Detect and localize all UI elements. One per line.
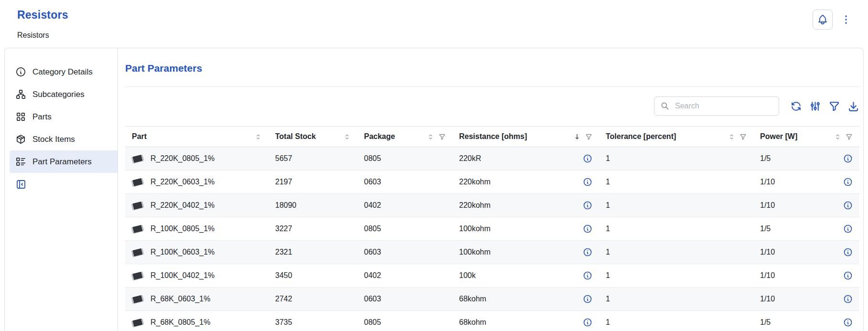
menu-button[interactable] [840,14,852,25]
sort-icon[interactable] [427,133,434,140]
package-cell: 0402 [357,264,452,288]
resistance-info-icon[interactable] [583,224,592,234]
content: Part Parameters [118,48,863,331]
sidebar-item-label: Category Details [32,67,93,77]
part-cell: R_100K_0603_1% [125,241,268,264]
breadcrumb[interactable]: Resistors [17,31,68,40]
power-value: 1/5 [760,224,771,233]
resistance-cell: 220kohm [452,194,599,217]
refresh-button[interactable] [790,100,802,112]
total-stock-cell: 5657 [268,147,357,171]
resistance-info-icon[interactable] [583,271,592,280]
column-header-power-w[interactable]: Power [W] [753,127,859,147]
resistance-info-icon[interactable] [583,154,592,163]
part-thumbnail-icon [131,178,144,186]
column-filter-icon[interactable] [585,133,592,140]
search-box [654,96,779,116]
sidebar-item-subcategories[interactable]: Subcategories [10,83,118,106]
column-header-total-stock[interactable]: Total Stock [268,127,357,147]
column-header-package[interactable]: Package [357,127,452,147]
table-row[interactable]: R_68K_0805_1%3735080568kohm11/5 [125,311,859,331]
package-cell: 0402 [357,194,452,217]
column-filter-icon[interactable] [739,133,747,140]
download-icon [847,100,859,112]
power-cell: 1/5 [753,217,859,241]
resistance-value: 100k [459,271,476,280]
table-row[interactable]: R_100K_0805_1%32270805100kohm11/5 [125,217,859,241]
total-stock-cell: 3227 [268,217,357,241]
column-header-part[interactable]: Part [125,127,268,147]
power-cell: 1/5 [753,147,859,171]
sort-icon[interactable] [834,133,841,140]
power-info-icon[interactable] [843,318,853,327]
power-info-icon[interactable] [843,154,853,163]
part-thumbnail-icon [131,224,144,233]
column-header-resistance-ohms[interactable]: Resistance [ohms] [452,127,599,147]
column-filter-icon[interactable] [846,133,853,140]
sort-desc-icon[interactable] [573,133,581,140]
total-stock-cell: 3735 [268,311,357,331]
grid-icon [15,111,26,122]
power-info-icon[interactable] [843,271,853,280]
adjustments-button[interactable] [809,100,821,112]
download-button[interactable] [847,100,859,112]
filter-button[interactable] [828,100,840,112]
part-name: R_220K_0402_1% [150,201,214,210]
column-label: Tolerance [percent] [606,132,676,141]
resistance-info-icon[interactable] [583,177,592,187]
table-row[interactable]: R_220K_0603_1%21970603220kohm11/10 [125,171,859,194]
sort-icon[interactable] [255,133,262,140]
power-info-icon[interactable] [843,294,853,304]
resistance-info-icon[interactable] [583,247,592,257]
part-cell: R_220K_0805_1% [125,147,268,171]
header-actions [813,10,852,30]
notifications-button[interactable] [813,10,833,30]
package-cell: 0603 [357,171,452,194]
table-row[interactable]: R_100K_0402_1%34500402100k11/10 [125,264,859,288]
resistance-cell: 220kR [452,147,599,171]
tolerance-cell: 1 [599,171,753,194]
power-info-icon[interactable] [843,247,853,257]
resistance-cell: 68kohm [452,288,599,311]
part-cell: R_220K_0603_1% [125,171,268,194]
sidebar-item-category-details[interactable]: Category Details [10,61,118,83]
power-info-icon[interactable] [843,201,853,210]
resistance-info-icon[interactable] [583,294,592,304]
column-filter-icon[interactable] [439,133,446,140]
part-thumbnail-icon [131,248,144,256]
search-input[interactable] [674,101,773,111]
collapse-sidebar-button[interactable] [15,179,27,190]
bell-icon [817,14,828,25]
package-box-icon [15,134,26,145]
power-value: 1/10 [760,201,775,210]
part-thumbnail-icon [131,154,144,163]
power-value: 1/10 [760,295,775,303]
part-cell: R_100K_0805_1% [125,217,268,241]
power-info-icon[interactable] [843,224,853,234]
resistance-value: 220kR [459,154,481,163]
resistance-info-icon[interactable] [583,318,592,327]
part-thumbnail-icon [131,271,144,280]
tolerance-cell: 1 [599,194,753,217]
table-row[interactable]: R_220K_0805_1%56570805220kR11/5 [125,147,859,171]
table-row[interactable]: R_68K_0603_1%2742060368kohm11/10 [125,288,859,311]
column-header-tolerance-percent[interactable]: Tolerance [percent] [599,127,753,147]
part-name: R_68K_0805_1% [150,318,210,327]
resistance-info-icon[interactable] [583,201,592,210]
page: Resistors Resistors [0,0,868,331]
power-value: 1/10 [760,248,775,256]
sort-icon[interactable] [343,133,351,140]
main-panel: Category Details Subcategories [4,48,864,331]
part-cell: R_68K_0603_1% [125,288,268,311]
column-label: Total Stock [275,132,316,141]
toolbar [125,96,859,116]
power-value: 1/10 [760,178,775,186]
table-row[interactable]: R_100K_0603_1%23210603100kohm11/10 [125,241,859,264]
sort-icon[interactable] [728,133,735,140]
table-row[interactable]: R_220K_0402_1%180900402220kohm11/10 [125,194,859,217]
sidebar-item-stock-items[interactable]: Stock Items [10,128,118,150]
sidebar-item-parts[interactable]: Parts [10,106,118,128]
power-info-icon[interactable] [843,177,853,187]
resistance-value: 220kohm [459,201,491,210]
sidebar-item-part-parameters[interactable]: Part Parameters [10,150,118,173]
